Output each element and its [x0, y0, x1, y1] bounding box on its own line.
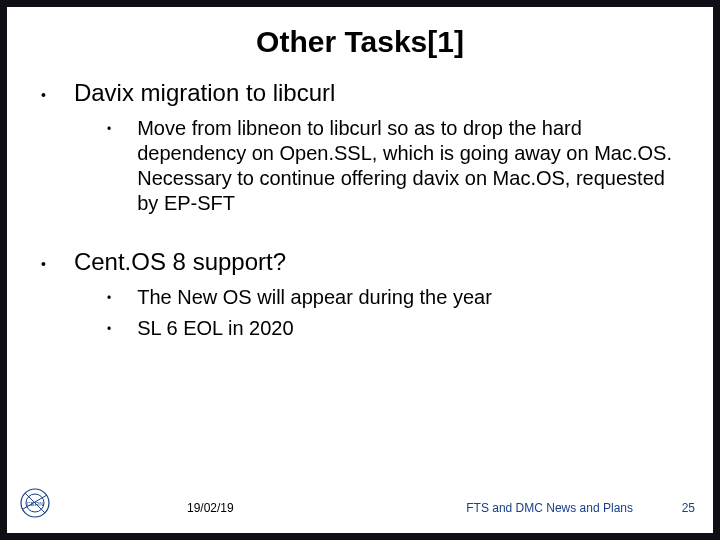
bullet-dot-icon: •: [107, 316, 111, 341]
bullet-text: Move from libneon to libcurl so as to dr…: [137, 116, 677, 216]
spacer: [37, 222, 683, 248]
slide: Other Tasks[1] • Davix migration to libc…: [7, 7, 713, 533]
bullet-level2: • The New OS will appear during the year: [37, 285, 683, 310]
footer-date: 19/02/19: [187, 501, 234, 515]
bullet-level2: • Move from libneon to libcurl so as to …: [37, 116, 683, 216]
svg-text:CERN: CERN: [26, 501, 43, 507]
footer-subject: FTS and DMC News and Plans: [466, 501, 633, 515]
bullet-dot-icon: •: [37, 248, 46, 277]
bullet-level1: • Davix migration to libcurl: [37, 79, 683, 108]
bullet-text: The New OS will appear during the year: [137, 285, 492, 310]
bullet-dot-icon: •: [37, 79, 46, 108]
slide-content: • Davix migration to libcurl • Move from…: [7, 59, 713, 341]
slide-title: Other Tasks[1]: [7, 7, 713, 59]
bullet-text: Davix migration to libcurl: [74, 79, 335, 108]
bullet-text: SL 6 EOL in 2020: [137, 316, 293, 341]
footer-page-number: 25: [682, 501, 695, 515]
slide-footer: CERN 19/02/19 FTS and DMC News and Plans…: [7, 491, 713, 521]
bullet-dot-icon: •: [107, 285, 111, 310]
bullet-text: Cent.OS 8 support?: [74, 248, 286, 277]
bullet-dot-icon: •: [107, 116, 111, 216]
bullet-level2: • SL 6 EOL in 2020: [37, 316, 683, 341]
cern-logo-icon: CERN: [19, 487, 51, 519]
bullet-level1: • Cent.OS 8 support?: [37, 248, 683, 277]
